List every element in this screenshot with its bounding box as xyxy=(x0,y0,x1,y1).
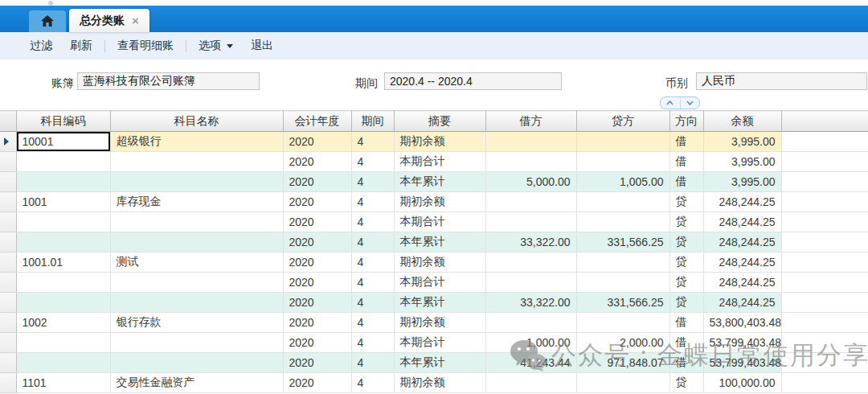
cell-summary[interactable]: 期初余额 xyxy=(394,373,485,393)
cell-name[interactable]: 超级银行 xyxy=(110,132,283,152)
cell-balance[interactable]: 53,799,403.48 xyxy=(703,333,781,353)
cell-period[interactable]: 4 xyxy=(351,293,394,313)
cell-name[interactable] xyxy=(110,273,283,293)
cell-debit[interactable] xyxy=(485,273,576,293)
cell-code[interactable] xyxy=(16,293,110,313)
cell-credit[interactable] xyxy=(576,132,669,152)
collapse-down-button[interactable] xyxy=(680,97,700,109)
cell-period[interactable]: 4 xyxy=(351,252,394,273)
cell-code[interactable] xyxy=(16,232,110,252)
cell-summary[interactable]: 本期合计 xyxy=(394,212,485,232)
cell-balance[interactable]: 3,995.00 xyxy=(703,132,781,152)
cell-name[interactable] xyxy=(110,333,283,353)
options-dropdown-button[interactable]: 选项 xyxy=(197,37,235,55)
row-selector[interactable] xyxy=(0,172,16,192)
cell-direction[interactable]: 借 xyxy=(669,132,703,152)
cell-summary[interactable]: 期初余额 xyxy=(394,252,485,273)
row-selector[interactable] xyxy=(0,313,16,333)
cell-summary[interactable]: 期初余额 xyxy=(394,313,485,333)
cell-code[interactable] xyxy=(16,353,110,373)
cell-year[interactable]: 2020 xyxy=(283,373,351,393)
cell-direction[interactable]: 贷 xyxy=(669,373,703,393)
cell-debit[interactable]: 1,000.00 xyxy=(485,333,576,353)
focused-cell[interactable]: 10001 xyxy=(17,132,110,151)
cell-direction[interactable]: 借 xyxy=(669,353,703,373)
cell-name[interactable] xyxy=(110,172,283,192)
cell-code[interactable]: 1101 xyxy=(16,373,110,393)
cell-extra[interactable] xyxy=(781,172,868,192)
cell-year[interactable]: 2020 xyxy=(283,313,351,333)
column-header-credit[interactable]: 贷方 xyxy=(576,111,669,132)
filter-button[interactable]: 过滤 xyxy=(28,37,54,55)
cell-period[interactable]: 4 xyxy=(351,172,394,192)
cell-balance[interactable]: 53,800,403.48 xyxy=(703,313,781,333)
cell-period[interactable]: 4 xyxy=(351,152,394,172)
cell-direction[interactable]: 借 xyxy=(669,172,703,192)
cell-code[interactable] xyxy=(16,333,110,353)
row-selector[interactable] xyxy=(0,152,16,172)
cell-debit[interactable] xyxy=(485,373,576,393)
cell-direction[interactable]: 借 xyxy=(669,333,703,353)
cell-credit[interactable]: 2,000.00 xyxy=(576,333,669,353)
cell-extra[interactable] xyxy=(781,232,868,252)
cell-debit[interactable]: 33,322.00 xyxy=(485,293,576,313)
cell-code[interactable] xyxy=(16,212,110,232)
row-selector[interactable] xyxy=(0,353,16,373)
column-header-code[interactable]: 科目编码 xyxy=(16,111,110,132)
cell-debit[interactable] xyxy=(485,313,576,333)
column-header-period[interactable]: 期间 xyxy=(351,111,394,132)
cell-credit[interactable] xyxy=(576,313,669,333)
cell-direction[interactable]: 贷 xyxy=(669,252,703,273)
cell-debit[interactable]: 41,243.44 xyxy=(485,353,576,373)
cell-extra[interactable] xyxy=(781,273,868,293)
cell-direction[interactable]: 借 xyxy=(669,313,703,333)
collapse-up-button[interactable] xyxy=(661,97,680,109)
cell-name[interactable]: 银行存款 xyxy=(110,313,283,333)
row-selector[interactable] xyxy=(0,212,16,232)
cell-summary[interactable]: 本年累计 xyxy=(394,293,485,313)
cell-code[interactable]: 1002 xyxy=(16,313,110,333)
column-header-summary[interactable]: 摘要 xyxy=(394,111,485,132)
cell-name[interactable] xyxy=(110,212,283,232)
cell-direction[interactable]: 贷 xyxy=(669,293,703,313)
cell-debit[interactable] xyxy=(485,152,576,172)
cell-year[interactable]: 2020 xyxy=(283,152,351,172)
cell-balance[interactable]: 248,244.25 xyxy=(703,273,781,293)
cell-debit[interactable] xyxy=(485,132,576,152)
cell-year[interactable]: 2020 xyxy=(283,212,351,232)
cell-year[interactable]: 2020 xyxy=(283,232,351,252)
home-tab[interactable] xyxy=(29,10,66,32)
cell-name[interactable]: 库存现金 xyxy=(110,192,283,212)
cell-balance[interactable]: 53,799,403.48 xyxy=(703,353,781,373)
cell-summary[interactable]: 本期合计 xyxy=(394,152,485,172)
cell-credit[interactable]: 971,848.07 xyxy=(576,353,669,373)
cell-year[interactable]: 2020 xyxy=(283,132,351,152)
row-selector[interactable] xyxy=(0,132,16,152)
cell-code[interactable] xyxy=(16,152,110,172)
cell-extra[interactable] xyxy=(781,313,868,333)
refresh-button[interactable]: 刷新 xyxy=(68,37,94,55)
cell-summary[interactable]: 期初余额 xyxy=(394,132,485,152)
period-input[interactable] xyxy=(384,72,562,90)
tab-general-ledger[interactable]: 总分类账 × xyxy=(69,9,149,32)
cell-extra[interactable] xyxy=(781,132,868,152)
cell-year[interactable]: 2020 xyxy=(283,353,351,373)
row-selector[interactable] xyxy=(0,333,16,353)
exit-button[interactable]: 退出 xyxy=(249,37,275,55)
cell-debit[interactable] xyxy=(485,192,576,212)
cell-summary[interactable]: 本期合计 xyxy=(394,273,485,293)
cell-name[interactable] xyxy=(110,232,283,252)
cell-period[interactable]: 4 xyxy=(351,313,394,333)
cell-name[interactable]: 交易性金融资产 xyxy=(110,373,283,393)
cell-period[interactable]: 4 xyxy=(351,192,394,212)
cell-balance[interactable]: 248,244.25 xyxy=(703,212,781,232)
cell-summary[interactable]: 期初余额 xyxy=(394,192,485,212)
column-header-year[interactable]: 会计年度 xyxy=(283,111,351,132)
cell-period[interactable]: 4 xyxy=(351,132,394,152)
cell-year[interactable]: 2020 xyxy=(283,172,351,192)
row-selector[interactable] xyxy=(0,273,16,293)
view-detail-ledger-button[interactable]: 查看明细账 xyxy=(116,37,175,55)
cell-balance[interactable]: 248,244.25 xyxy=(703,252,781,273)
cell-year[interactable]: 2020 xyxy=(283,273,351,293)
cell-balance[interactable]: 3,995.00 xyxy=(703,152,781,172)
